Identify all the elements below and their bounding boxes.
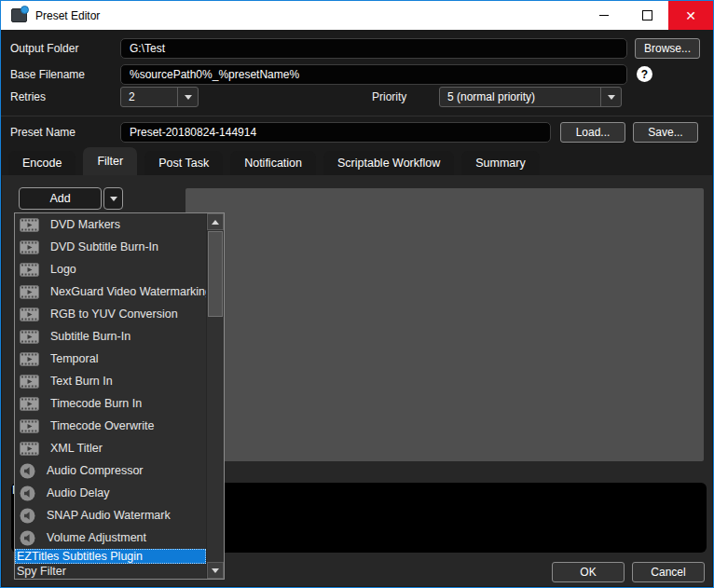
filter-list-item[interactable]: Temporal: [15, 348, 206, 370]
retries-label: Retries: [10, 87, 46, 107]
filter-list-item[interactable]: Text Burn In: [15, 370, 206, 392]
base-filename-label: Base Filename: [10, 64, 85, 85]
app-icon: [11, 8, 27, 22]
ok-button[interactable]: OK: [552, 562, 625, 582]
tab-notification[interactable]: Notification: [230, 151, 316, 175]
minimize-icon: [599, 15, 609, 16]
cancel-button[interactable]: Cancel: [632, 562, 705, 582]
tab-filter[interactable]: Filter: [83, 147, 137, 175]
filter-list-item[interactable]: DVD Markers: [15, 213, 206, 236]
filter-item-label: Audio Delay: [47, 486, 109, 499]
base-filename-input[interactable]: [120, 64, 627, 85]
load-button[interactable]: Load...: [560, 122, 625, 143]
filter-dropdown-list: DVD Markers DVD Subtitle Burn-In Logo Ne…: [14, 212, 225, 580]
help-icon[interactable]: ?: [637, 66, 652, 82]
preset-name-label: Preset Name: [10, 122, 76, 143]
chevron-down-icon[interactable]: [177, 88, 198, 106]
preset-editor-window: Preset Editor ✕ Output Folder Browse... …: [0, 0, 714, 588]
filter-item-label: DVD Markers: [50, 218, 120, 231]
filter-list-item[interactable]: NexGuard Video Watermarking: [15, 280, 206, 303]
scrollbar-up-button[interactable]: [207, 213, 224, 230]
filter-item-label: Subtitle Burn-In: [50, 330, 130, 343]
video-filter-icon: [20, 308, 39, 321]
filter-dropdown-rows: DVD Markers DVD Subtitle Burn-In Logo Ne…: [15, 213, 206, 579]
video-filter-icon: [20, 375, 39, 389]
add-filter-button[interactable]: Add: [19, 187, 102, 210]
filter-item-label: DVD Subtitle Burn-In: [50, 240, 158, 253]
video-filter-icon: [20, 419, 39, 433]
retries-value: 2: [121, 88, 177, 106]
filter-item-label: Audio Compressor: [47, 464, 144, 477]
filter-list-item[interactable]: SNAP Audio Watermark: [15, 504, 206, 526]
filter-list-item[interactable]: Audio Compressor: [15, 459, 206, 482]
minimize-button[interactable]: [583, 1, 625, 30]
filter-list-item[interactable]: Volume Adjustment: [15, 526, 206, 549]
add-filter-dropdown-arrow[interactable]: [103, 187, 123, 210]
close-button[interactable]: ✕: [668, 1, 713, 30]
filter-list-item[interactable]: Subtitle Burn-In: [15, 325, 206, 348]
filter-item-label: Timecode Overwrite: [50, 419, 154, 432]
triangle-up-icon: [212, 220, 219, 225]
scrollbar[interactable]: [206, 213, 224, 579]
tab-strip: EncodeFilterPost TaskNotificationScripta…: [8, 147, 540, 175]
filter-item-label: Text Burn In: [50, 375, 113, 388]
output-folder-input[interactable]: [120, 38, 627, 59]
audio-filter-icon: [20, 485, 35, 501]
tab-summary[interactable]: Summary: [461, 151, 539, 175]
filter-list-item[interactable]: Logo: [15, 258, 206, 280]
retries-dropdown[interactable]: 2: [120, 87, 199, 107]
title-bar: Preset Editor ✕: [1, 1, 713, 30]
audio-filter-icon: [20, 508, 35, 524]
video-filter-icon: [20, 285, 39, 299]
tab-encode[interactable]: Encode: [8, 151, 76, 175]
save-button[interactable]: Save...: [633, 122, 698, 143]
video-filter-icon: [20, 397, 39, 411]
audio-filter-icon: [20, 463, 35, 479]
video-filter-icon: [20, 330, 39, 344]
scrollbar-thumb[interactable]: [208, 231, 223, 317]
priority-dropdown[interactable]: 5 (normal priority): [439, 87, 622, 107]
filter-item-label: EZTitles Subtitles Plugin: [17, 550, 143, 563]
filter-list-panel: [185, 188, 704, 461]
filter-list-item[interactable]: DVD Subtitle Burn-In: [15, 236, 206, 258]
video-filter-icon: [20, 263, 39, 277]
video-filter-icon: [20, 442, 39, 456]
priority-label: Priority: [372, 87, 406, 107]
filter-item-label: Spy Filter: [17, 565, 66, 578]
preset-name-input[interactable]: [120, 122, 551, 143]
tab-post-task[interactable]: Post Task: [144, 151, 223, 175]
maximize-button[interactable]: [625, 1, 668, 30]
video-filter-icon: [20, 218, 39, 232]
video-filter-icon: [20, 352, 39, 366]
browse-button[interactable]: Browse...: [635, 38, 700, 59]
filter-item-label: NexGuard Video Watermarking: [50, 285, 212, 298]
filter-item-label: Temporal: [50, 352, 98, 365]
chevron-down-icon[interactable]: [600, 88, 621, 106]
filter-list-item[interactable]: Timecode Burn In: [15, 392, 206, 415]
section-divider: [1, 116, 713, 116]
output-folder-label: Output Folder: [10, 38, 78, 59]
scrollbar-down-button[interactable]: [207, 562, 224, 579]
filter-item-label: Timecode Burn In: [50, 397, 142, 410]
filter-list-item[interactable]: RGB to YUV Conversion: [15, 303, 206, 325]
maximize-icon: [642, 10, 652, 21]
filter-item-label: Logo: [50, 263, 76, 276]
filter-list-item[interactable]: EZTitles Subtitles Plugin: [15, 549, 206, 564]
filter-item-label: XML Titler: [50, 442, 103, 455]
priority-value: 5 (normal priority): [440, 88, 600, 106]
filter-item-label: SNAP Audio Watermark: [47, 509, 171, 522]
window-title: Preset Editor: [35, 9, 100, 22]
filter-list-item[interactable]: Audio Delay: [15, 482, 206, 504]
filter-list-item[interactable]: XML Titler: [15, 437, 206, 459]
filter-list-item[interactable]: Timecode Overwrite: [15, 415, 206, 437]
filter-item-label: Volume Adjustment: [47, 531, 146, 544]
tab-scriptable-workflow[interactable]: Scriptable Workflow: [323, 151, 454, 175]
audio-filter-icon: [20, 530, 35, 546]
video-filter-icon: [20, 240, 39, 254]
filter-item-label: RGB to YUV Conversion: [50, 308, 178, 321]
filter-list-item[interactable]: Spy Filter: [15, 564, 206, 579]
triangle-down-icon: [212, 568, 219, 573]
close-icon: ✕: [685, 9, 696, 22]
